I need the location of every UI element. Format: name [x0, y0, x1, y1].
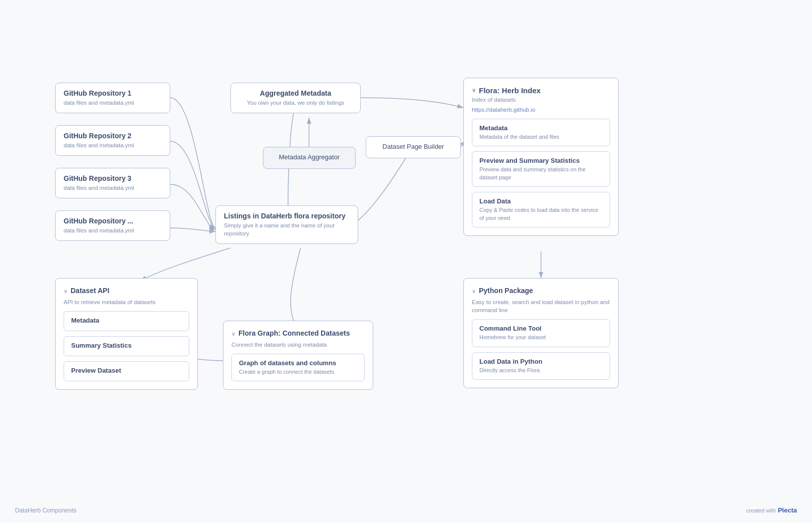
graph-datasets-title: Graph of datasets and columns: [239, 359, 357, 367]
graph-datasets-desc: Create a graph to connect the datasets: [239, 368, 357, 376]
flora-loaddata-desc: Copy & Paste codes to load data into the…: [479, 206, 603, 222]
footer-right: created with Plecta: [746, 506, 797, 514]
dataset-page-builder-title: Dataset Page Builder: [374, 143, 452, 150]
repo1-title: GitHub Repository 1: [64, 89, 162, 97]
flora-graph-chevron: ∨: [231, 331, 235, 337]
flora-loaddata-item: Load Data Copy & Paste codes to load dat…: [472, 192, 610, 227]
flora-metadata-title: Metadata: [479, 124, 603, 132]
listings-title: Listings in DataHerb flora repository: [224, 212, 350, 220]
listings-subtitle: Simply give it a name and the name of yo…: [224, 221, 350, 237]
diagram-container: GitHub Repository 1 data files and metad…: [0, 0, 812, 523]
flora-metadata-item: Metadata Metadata of the dataset and fil…: [472, 119, 610, 146]
flora-preview-title: Preview and Summary Statistics: [479, 157, 603, 164]
aggregated-meta-node: Aggregated Metadata You own your data, w…: [230, 83, 361, 113]
repo4-title: GitHub Repository ...: [64, 217, 162, 225]
repo1-subtitle: data files and metadata.yml: [64, 99, 162, 107]
dataset-api-desc: API to retrieve metadata of datasets: [64, 298, 189, 306]
flora-preview-item: Preview and Summary Statistics Preview d…: [472, 151, 610, 187]
flora-herb-index-link[interactable]: https://dataherb.github.io: [472, 107, 535, 113]
loaddata-python-item: Load Data in Python Directly access the …: [472, 352, 610, 380]
api-metadata-item: Metadata: [64, 311, 189, 331]
repo3-title: GitHub Repository 3: [64, 174, 162, 182]
metadata-aggregator-title: Metadata Aggregator: [272, 153, 347, 161]
dataset-api-chevron: ∨: [64, 288, 68, 295]
api-summary-item: Summary Statistics: [64, 336, 189, 356]
flora-graph-desc: Connect the datasets using metadata: [231, 341, 365, 349]
arrows-svg: [0, 0, 812, 523]
aggregated-meta-title: Aggregated Metadata: [239, 89, 352, 97]
flora-preview-desc: Preview data and summary statistics on t…: [479, 166, 603, 181]
flora-loaddata-title: Load Data: [479, 197, 603, 205]
metadata-aggregator-node: Metadata Aggregator: [263, 147, 356, 169]
plecta-brand: Plecta: [778, 506, 797, 514]
flora-herb-index-chevron: ∨: [472, 87, 476, 94]
repo3-node: GitHub Repository 3 data files and metad…: [55, 168, 170, 198]
flora-herb-index-header: ∨ Flora: Herb Index: [472, 86, 610, 95]
loaddata-python-title: Load Data in Python: [479, 358, 603, 365]
flora-graph-panel: ∨ Flora Graph: Connected Datasets Connec…: [223, 321, 373, 390]
cmdline-desc: Homebrew for your dataset: [479, 334, 603, 341]
aggregated-meta-subtitle: You own your data, we only do listings: [239, 99, 352, 107]
created-with-label: created with: [746, 507, 775, 513]
python-package-chevron: ∨: [472, 288, 476, 295]
listings-node: Listings in DataHerb flora repository Si…: [215, 205, 358, 244]
flora-herb-index-title: Flora: Herb Index: [479, 86, 540, 95]
api-metadata-title: Metadata: [71, 317, 182, 324]
repo3-subtitle: data files and metadata.yml: [64, 184, 162, 192]
flora-graph-title: Flora Graph: Connected Datasets: [238, 329, 350, 337]
repo2-node: GitHub Repository 2 data files and metad…: [55, 125, 170, 156]
api-preview-title: Preview Dataset: [71, 367, 182, 374]
python-package-title: Python Package: [479, 287, 533, 295]
graph-datasets-item: Graph of datasets and columns Create a g…: [231, 354, 365, 381]
dataset-page-builder-node: Dataset Page Builder: [366, 136, 461, 158]
api-summary-title: Summary Statistics: [71, 342, 182, 349]
repo2-title: GitHub Repository 2: [64, 132, 162, 140]
cmdline-item: Command Line Tool Homebrew for your data…: [472, 319, 610, 347]
python-package-panel: ∨ Python Package Easy to create, search …: [463, 278, 619, 388]
loaddata-python-desc: Directly access the Flora: [479, 367, 603, 374]
flora-herb-index-panel: ∨ Flora: Herb Index Index of datasets ht…: [463, 78, 619, 236]
repo1-node: GitHub Repository 1 data files and metad…: [55, 83, 170, 113]
flora-herb-index-desc: Index of datasets: [472, 97, 610, 103]
flora-metadata-desc: Metadata of the dataset and files: [479, 133, 603, 141]
api-preview-item: Preview Dataset: [64, 361, 189, 381]
repo4-node: GitHub Repository ... data files and met…: [55, 210, 170, 241]
python-package-desc: Easy to create, search and load dataset …: [472, 298, 610, 314]
repo2-subtitle: data files and metadata.yml: [64, 141, 162, 149]
footer-label: DataHerb Components: [15, 507, 77, 514]
repo4-subtitle: data files and metadata.yml: [64, 226, 162, 234]
dataset-api-panel: ∨ Dataset API API to retrieve metadata o…: [55, 278, 198, 390]
dataset-api-title: Dataset API: [71, 287, 109, 295]
cmdline-title: Command Line Tool: [479, 325, 603, 332]
